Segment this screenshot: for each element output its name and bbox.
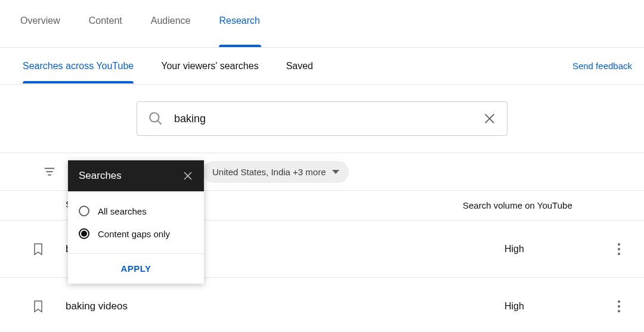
region-filter-chip[interactable]: United States, India +3 more	[203, 161, 349, 183]
popover-title: Searches	[79, 170, 122, 182]
bookmark-icon[interactable]	[31, 242, 45, 256]
search-value: baking	[174, 113, 483, 125]
popover-options: All searches Content gaps only	[68, 191, 204, 254]
tab-research[interactable]: Research	[219, 15, 259, 47]
search-input[interactable]: baking	[137, 101, 507, 136]
result-volume: High	[504, 301, 612, 312]
radio-icon	[79, 206, 89, 216]
popover-header: Searches	[68, 160, 204, 191]
more-options-icon[interactable]	[612, 300, 626, 312]
search-icon	[148, 111, 163, 126]
option-label: All searches	[98, 206, 147, 216]
svg-line-1	[157, 120, 162, 125]
primary-tab-bar: Overview Content Audience Research	[0, 0, 644, 48]
region-filter-label: United States, India +3 more	[212, 167, 326, 177]
option-content-gaps-only[interactable]: Content gaps only	[79, 222, 193, 245]
radio-icon	[79, 228, 89, 239]
column-header-volume: Search volume on YouTube	[463, 200, 606, 210]
subtab-saved[interactable]: Saved	[286, 49, 313, 83]
subtab-searches-across-youtube[interactable]: Searches across YouTube	[23, 49, 134, 83]
tab-overview[interactable]: Overview	[20, 15, 60, 47]
apply-button[interactable]: APPLY	[120, 263, 151, 274]
search-section: baking	[0, 85, 644, 153]
tab-content[interactable]: Content	[89, 15, 122, 47]
subtab-your-viewers-searches[interactable]: Your viewers' searches	[161, 49, 258, 83]
secondary-tab-bar: Searches across YouTube Your viewers' se…	[0, 48, 644, 85]
more-options-icon[interactable]	[612, 243, 626, 255]
searches-filter-popover: Searches All searches Content gaps only …	[68, 160, 204, 284]
popover-footer: APPLY	[68, 254, 204, 284]
svg-point-0	[150, 113, 159, 122]
result-term: baking videos	[66, 300, 504, 312]
chevron-down-icon	[332, 170, 339, 174]
bookmark-icon[interactable]	[31, 299, 45, 314]
send-feedback-link[interactable]: Send feedback	[572, 61, 632, 71]
filter-icon[interactable]	[43, 165, 56, 178]
tab-audience[interactable]: Audience	[151, 15, 191, 47]
result-volume: High	[504, 244, 612, 255]
close-icon[interactable]	[182, 170, 193, 181]
option-all-searches[interactable]: All searches	[79, 200, 193, 222]
option-label: Content gaps only	[98, 229, 170, 239]
result-row: baking videos High	[0, 278, 644, 332]
clear-icon[interactable]	[483, 112, 496, 125]
